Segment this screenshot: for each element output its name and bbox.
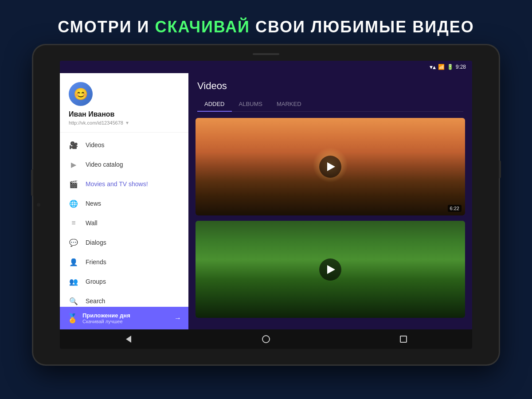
video-thumbnail[interactable]: 6:22 (196, 118, 465, 215)
nav-icon: 👤 (69, 257, 78, 267)
avatar: 😊 (69, 82, 93, 106)
headline-highlight: СКАЧИВАЙ (155, 18, 250, 36)
nav-label: Friends (86, 258, 106, 266)
power-button (499, 160, 501, 178)
sidebar-item-movies-and-tv-shows![interactable]: 🎬 Movies and TV shows! (60, 174, 188, 194)
user-url-row[interactable]: http://vk.com/id12345678 ▾ (69, 120, 180, 126)
sidebar-item-search[interactable]: 🔍 Search (60, 291, 188, 307)
banner-arrow-icon: → (174, 314, 181, 322)
nav-icon: ≡ (69, 218, 78, 228)
nav-icon: 💬 (69, 238, 78, 247)
banner-text-group: Приложение дня Скачивай лучшее (82, 312, 170, 324)
nav-icon: 👥 (69, 277, 78, 286)
banner-title: Приложение дня (82, 312, 170, 319)
sidebar-item-dialogs[interactable]: 💬 Dialogs (60, 233, 188, 252)
back-button[interactable] (120, 330, 137, 348)
video-list: 6:22 Dan Atherton Shreds Latest Mountain… (188, 112, 472, 329)
app-day-banner[interactable]: 🏅 Приложение дня Скачивай лучшее → (60, 307, 188, 329)
volume-button (31, 169, 33, 196)
banner-subtitle: Скачивай лучшее (82, 319, 170, 324)
nav-icon: ▶ (69, 160, 78, 169)
nav-label: Videos (86, 141, 105, 149)
medal-icon: 🏅 (67, 313, 78, 324)
sidebar: 😊 Иван Иванов http://vk.com/id12345678 ▾… (60, 73, 188, 329)
front-camera (37, 203, 40, 207)
headline-part1: СМОТРИ И (58, 18, 155, 36)
nav-label: Dialogs (86, 239, 106, 246)
avatar-emoji: 😊 (74, 87, 88, 101)
headline-part2: СВОИ ЛЮБИМЫЕ ВИДЕО (250, 18, 474, 36)
play-button[interactable] (319, 156, 341, 178)
sidebar-item-groups[interactable]: 👥 Groups (60, 272, 188, 291)
sidebar-item-video-catalog[interactable]: ▶ Video catalog (60, 155, 188, 174)
sidebar-item-news[interactable]: 🌐 News (60, 194, 188, 213)
tab-albums[interactable]: ALBUMS (232, 97, 270, 112)
profile-section: 😊 Иван Иванов http://vk.com/id12345678 ▾ (60, 73, 188, 133)
sidebar-item-friends[interactable]: 👤 Friends (60, 252, 188, 272)
video-card: Forest Mountain Bike Trail Incredible fo… (196, 221, 465, 318)
nav-label: News (86, 200, 101, 207)
app-content: 😊 Иван Иванов http://vk.com/id12345678 ▾… (60, 73, 472, 329)
nav-label: Movies and TV shows! (86, 180, 148, 188)
tab-added[interactable]: ADDED (197, 97, 232, 112)
chevron-down-icon: ▾ (126, 120, 129, 126)
nav-list: 🎥 Videos ▶ Video catalog 🎬 Movies and TV… (60, 133, 188, 307)
status-icons: ▾▴ 📶 🔋 9:28 (430, 63, 466, 70)
wifi-icon: ▾▴ (430, 63, 436, 70)
play-button[interactable] (319, 258, 341, 281)
signal-icon: 📶 (438, 64, 445, 70)
tab-marked[interactable]: MARKED (270, 97, 309, 112)
tablet-frame: ▾▴ 📶 🔋 9:28 😊 Иван Иванов http://vk.com/… (33, 45, 499, 364)
headline: СМОТРИ И СКАЧИВАЙ СВОИ ЛЮБИМЫЕ ВИДЕО (58, 18, 474, 36)
sidebar-item-wall[interactable]: ≡ Wall (60, 213, 188, 233)
videos-header: Videos ADDEDALBUMSMARKED (188, 73, 472, 112)
nav-icon: 🎥 (69, 140, 78, 150)
play-icon (327, 265, 335, 274)
video-card: 6:22 Dan Atherton Shreds Latest Mountain… (196, 118, 465, 215)
nav-label: Search (86, 297, 105, 305)
play-icon (327, 162, 335, 171)
nav-icon: 🌐 (69, 199, 78, 208)
home-button[interactable] (257, 330, 275, 348)
sidebar-item-videos[interactable]: 🎥 Videos (60, 135, 188, 155)
clock: 9:28 (456, 64, 466, 70)
android-nav-bar (60, 329, 472, 349)
user-name: Иван Иванов (69, 110, 180, 118)
nav-icon: 🔍 (69, 296, 78, 306)
tabs-row: ADDEDALBUMSMARKED (197, 97, 463, 112)
nav-label: Groups (86, 278, 106, 285)
battery-icon: 🔋 (447, 64, 454, 70)
user-url: http://vk.com/id12345678 (69, 120, 123, 125)
recents-button[interactable] (395, 330, 412, 348)
videos-title: Videos (197, 80, 463, 92)
home-icon (262, 335, 270, 343)
video-thumbnail[interactable] (196, 221, 465, 318)
main-content: Videos ADDEDALBUMSMARKED 6:22 Dan Athert… (188, 73, 472, 329)
nav-icon: 🎬 (69, 179, 78, 189)
screen: ▾▴ 📶 🔋 9:28 😊 Иван Иванов http://vk.com/… (60, 61, 472, 349)
recents-icon (400, 336, 407, 343)
nav-label: Video catalog (86, 161, 123, 168)
status-bar: ▾▴ 📶 🔋 9:28 (60, 61, 472, 73)
back-icon (126, 336, 131, 343)
duration-badge: 6:22 (448, 205, 462, 212)
nav-label: Wall (86, 219, 98, 227)
